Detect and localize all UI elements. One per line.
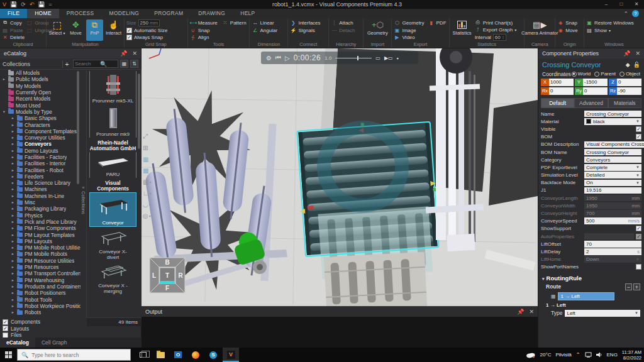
routing-rule-header[interactable]: ▾RoutingRule [542,275,640,282]
tree-item[interactable]: ▸ Component Templates [0,128,80,134]
tree-scrollbar[interactable] [77,71,79,184]
tree-item[interactable]: Recent Models [0,96,80,102]
property-row[interactable]: BOM Name Crossing Conveyor ▼ ✓ [541,148,641,156]
outlook-button[interactable]: O [170,348,186,362]
collapse-ribbon-icon[interactable]: ⌃ [623,11,628,17]
property-row[interactable]: Category Conveyors ▼ ✓ [541,156,641,163]
property-row[interactable]: Backface Mode On ▼ ✓ [541,179,641,187]
tree-item[interactable]: ▸ PM Mobile Robots [0,251,80,257]
tree-item[interactable]: ▸ Facilities - Factory [0,154,80,160]
catalog-item[interactable]: Prorunner mk9 [89,104,136,138]
tree-item[interactable]: ▸ Pick and Place Library [0,219,80,225]
align-button[interactable]: ⨗Align [190,34,247,41]
parent-radio[interactable]: Parent [594,71,616,77]
weather-text[interactable]: Pilvistä [555,352,571,358]
origin-move-button[interactable]: ◉Move [557,27,578,34]
expand-arrow-icon[interactable]: ▸ [11,219,15,224]
export-video-button[interactable]: ▶Video [394,34,446,41]
property-row[interactable]: Visible ▼ ✓ [541,125,641,133]
tree-item[interactable]: ▸ Physics [0,212,80,219]
ry-field[interactable]: Ry0 [575,87,608,95]
tree-item[interactable]: Currently Open [0,89,80,96]
tray-expand-icon[interactable]: ⌃ [576,352,580,358]
taskbar-search[interactable]: 🔍 [17,349,131,361]
speed-slider[interactable] [335,58,372,58]
tab-modeling[interactable]: MODELING [102,9,147,18]
expand-arrow-icon[interactable]: ▸ [11,129,15,134]
add-collection-button[interactable]: + [62,60,71,68]
pattern-button[interactable]: Pattern [230,20,247,26]
angular-button[interactable]: ∠Angular [252,27,277,34]
tag-icon[interactable]: ◆ [626,62,630,68]
close-panel-icon[interactable]: ✕ [529,309,534,315]
save-icon[interactable]: 💾 [10,0,17,9]
tree-item[interactable]: ▸ Robot Workpiece Positior [0,303,80,309]
import-geometry-button[interactable]: +⬡ Geometry [365,19,389,41]
tree-item[interactable]: ▸ Facilities - Robot [0,167,80,173]
expand-arrow-icon[interactable]: ▸ [11,271,15,276]
sort-button[interactable]: ⇅ [130,60,138,68]
compass-left[interactable]: L [152,272,156,279]
expand-arrow-icon[interactable]: ▸ [11,233,15,238]
tree-item[interactable]: ▾ Models by Type [0,109,80,115]
skip-to-start-button[interactable]: ⏮ [275,54,281,62]
tab-ecatalog[interactable]: eCatalog [0,337,35,348]
compass-front[interactable]: F [165,285,169,292]
tree-item[interactable]: ▸ Demo Layouts [0,148,80,154]
tab-file[interactable]: FILE [0,9,27,18]
view-mode-icon[interactable]: ▦ [143,156,152,163]
refresh-icon[interactable]: ⟳ [21,0,26,9]
tab-advanced[interactable]: Advanced [574,98,608,107]
close-button[interactable]: ✕ [629,0,644,9]
move-plane-icon[interactable]: ∟▾ [143,190,152,197]
maximize-button[interactable]: □ [614,0,629,9]
minimize-button[interactable]: – [599,0,614,9]
tab-drawing[interactable]: DRAWING [191,9,233,18]
expand-arrow-icon[interactable]: ▾ [2,109,6,114]
expand-arrow-icon[interactable]: ▸ [11,200,15,205]
property-row[interactable]: LiftOffset 70 ▼ ✓ [541,240,641,248]
compass-top[interactable]: T [165,272,169,279]
weather-temp[interactable]: 20°C [540,352,552,358]
filter-checkbox[interactable]: ✓ Layouts [3,326,78,332]
taskbar-search-input[interactable] [31,352,119,358]
tree-item[interactable]: All Models [0,70,80,76]
record-pdf-icon[interactable]: ▭ [375,55,380,61]
restore-windows-button[interactable]: ▣Restore Windows [586,19,634,26]
tree-item[interactable]: ▸ Feeders [0,173,80,180]
expand-arrow-icon[interactable]: ▸ [11,226,15,231]
compass-right[interactable]: R [178,272,183,279]
tab-home[interactable]: HOME [27,9,59,18]
catalog-scrollbar[interactable] [138,74,140,149]
origin-sphere-icon[interactable]: ◎▾ [143,212,152,219]
catalog-item-selected[interactable]: Conveyor [89,192,136,227]
expand-arrow-icon[interactable]: ▸ [11,297,15,302]
tree-item[interactable]: ▸ PM Resource Utilities [0,258,80,264]
interval-field[interactable]: 60↕ [493,34,506,41]
customize-toolbar-icon[interactable]: = [49,0,52,9]
catalog-item[interactable]: PARU [89,152,136,178]
play-button[interactable]: ▷ [285,55,290,62]
attach-button[interactable]: ⋮Attach [331,19,355,26]
visual-components-button[interactable]: V [223,348,239,362]
tree-item[interactable]: ▸ Robots [0,309,80,315]
export-image-button[interactable]: ▣Image [394,27,446,34]
property-row[interactable]: BOM ▼ ✓ [541,133,641,141]
property-row[interactable]: AutoProperties ▼ ✓ [541,233,641,240]
grid-view-button[interactable]: ▦ [120,60,128,68]
camera-animator-button[interactable]: ▤▶ Camera Animator [526,19,553,41]
expand-arrow-icon[interactable]: ▸ [11,161,15,166]
expand-arrow-icon[interactable]: ▸ [11,135,15,140]
close-panel-icon[interactable]: ✕ [132,50,137,57]
tree-item[interactable]: ▸ Facilities - Interior [0,160,80,167]
signals-button[interactable]: ⚡Signals [290,27,320,34]
expand-arrow-icon[interactable]: ▸ [11,206,15,211]
expand-arrow-icon[interactable]: ▸ [11,155,15,160]
skype-button[interactable]: S [205,348,221,362]
checkbox-icon[interactable]: ✓ [636,226,641,231]
expand-arrow-icon[interactable]: ▸ [11,194,15,199]
undo-icon[interactable]: ↶ [30,0,35,9]
expand-arrow-icon[interactable]: ▸ [11,278,15,283]
snap-button[interactable]: ∪Snap [190,27,247,34]
export-geometry-button[interactable]: ⬡Geometry ▮PDF [394,19,446,26]
